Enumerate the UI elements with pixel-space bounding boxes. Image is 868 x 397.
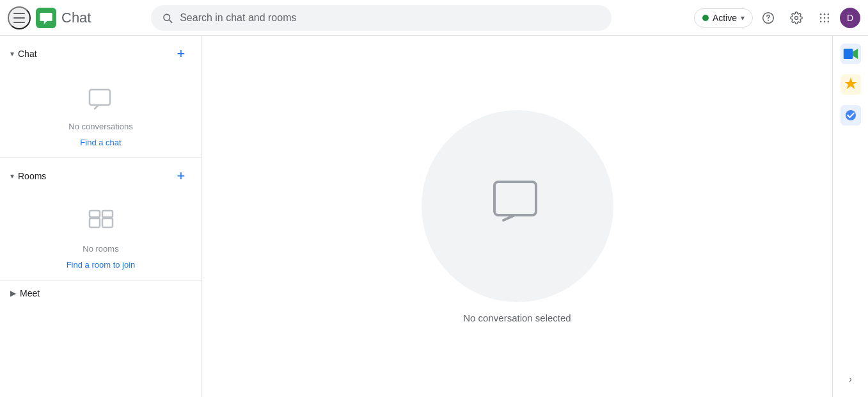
sidebar: ▾ Chat + No conversations Find a chat ▾ … bbox=[0, 36, 202, 397]
add-room-button[interactable]: + bbox=[171, 166, 191, 186]
right-expand-button[interactable]: › bbox=[838, 366, 864, 392]
chat-chevron-icon: ▾ bbox=[10, 49, 14, 58]
right-sidebar: › bbox=[832, 36, 868, 397]
right-tasks-icon[interactable] bbox=[838, 102, 864, 128]
no-conversations-text: No conversations bbox=[68, 122, 132, 131]
svg-rect-12 bbox=[90, 90, 110, 105]
svg-rect-14 bbox=[102, 218, 113, 227]
svg-point-10 bbox=[824, 20, 826, 22]
rooms-empty-section: No rooms Find a room to join bbox=[0, 191, 201, 280]
avatar[interactable]: D bbox=[840, 8, 860, 28]
svg-rect-15 bbox=[90, 211, 100, 217]
find-room-link[interactable]: Find a room to join bbox=[67, 260, 136, 270]
no-conversation-container: No conversation selected bbox=[422, 110, 613, 323]
add-chat-button[interactable]: + bbox=[171, 44, 191, 64]
svg-point-4 bbox=[824, 13, 826, 15]
no-rooms-text: No rooms bbox=[83, 244, 118, 254]
right-meet-icon[interactable] bbox=[838, 41, 864, 67]
no-conversation-icon bbox=[485, 174, 549, 238]
svg-point-2 bbox=[768, 20, 769, 21]
main-content: No conversation selected bbox=[202, 36, 832, 397]
svg-point-6 bbox=[820, 17, 822, 19]
search-bar bbox=[151, 5, 612, 31]
apps-button[interactable] bbox=[812, 5, 837, 31]
header-left: Chat bbox=[8, 6, 136, 29]
chat-title-row: ▾ Chat bbox=[10, 49, 37, 59]
app-header: Chat Active ▾ bbox=[0, 0, 868, 36]
svg-point-5 bbox=[828, 13, 830, 15]
rooms-title-row: ▾ Rooms bbox=[10, 171, 46, 181]
status-dot bbox=[702, 15, 709, 21]
no-rooms-icon bbox=[86, 207, 116, 238]
rooms-chevron-icon: ▾ bbox=[10, 172, 14, 181]
find-chat-link[interactable]: Find a chat bbox=[80, 138, 121, 147]
chat-section-header[interactable]: ▾ Chat + bbox=[0, 36, 201, 69]
meet-section-title: Meet bbox=[20, 288, 40, 298]
svg-rect-17 bbox=[494, 182, 536, 215]
main-layout: ▾ Chat + No conversations Find a chat ▾ … bbox=[0, 36, 868, 397]
no-conversation-text: No conversation selected bbox=[463, 312, 571, 323]
search-icon bbox=[161, 12, 173, 24]
svg-point-11 bbox=[828, 20, 830, 22]
rooms-section-header[interactable]: ▾ Rooms + bbox=[0, 158, 201, 191]
menu-button[interactable] bbox=[8, 6, 31, 29]
right-keep-icon[interactable] bbox=[838, 72, 864, 97]
svg-point-7 bbox=[824, 17, 826, 19]
svg-point-8 bbox=[828, 17, 830, 19]
svg-point-3 bbox=[820, 13, 822, 15]
svg-rect-16 bbox=[102, 211, 113, 217]
rooms-section-title: Rooms bbox=[18, 171, 46, 181]
status-button[interactable]: Active ▾ bbox=[694, 8, 753, 28]
svg-rect-13 bbox=[90, 218, 100, 227]
chat-logo bbox=[36, 8, 56, 28]
meet-section-header[interactable]: ▶ Meet bbox=[0, 280, 201, 306]
meet-chevron-icon: ▶ bbox=[10, 289, 16, 298]
no-conversations-icon bbox=[86, 85, 116, 115]
header-right: Active ▾ D bbox=[694, 5, 860, 31]
help-button[interactable] bbox=[755, 5, 781, 31]
status-label: Active bbox=[713, 13, 737, 23]
svg-point-9 bbox=[820, 20, 822, 22]
no-conversation-circle bbox=[422, 110, 613, 302]
svg-rect-19 bbox=[843, 49, 852, 59]
chat-empty-section: No conversations Find a chat bbox=[0, 69, 201, 158]
app-title: Chat bbox=[61, 10, 91, 26]
search-input[interactable] bbox=[180, 12, 601, 24]
settings-button[interactable] bbox=[784, 5, 809, 31]
status-chevron: ▾ bbox=[741, 13, 745, 22]
chat-section-title: Chat bbox=[18, 49, 37, 59]
